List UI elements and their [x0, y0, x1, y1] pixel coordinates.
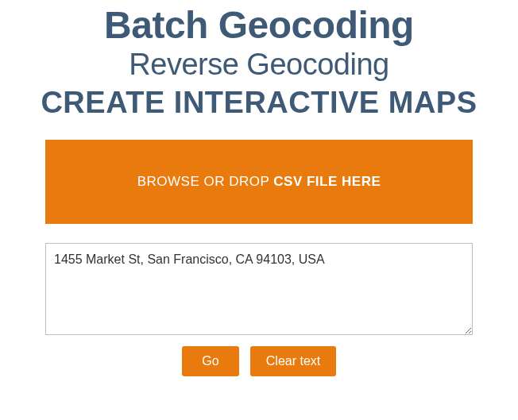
dropzone-bold: CSV FILE HERE	[273, 174, 381, 189]
title-reverse-geocoding: Reverse Geocoding	[129, 48, 388, 82]
address-input[interactable]	[45, 243, 473, 335]
textarea-wrap	[45, 243, 473, 338]
clear-text-button[interactable]: Clear text	[250, 346, 336, 376]
csv-dropzone[interactable]: BROWSE OR DROP CSV FILE HERE	[45, 140, 473, 224]
go-button[interactable]: Go	[182, 346, 239, 376]
title-batch-geocoding: Batch Geocoding	[104, 5, 414, 47]
main-container: Batch Geocoding Reverse Geocoding CREATE…	[0, 0, 518, 376]
dropzone-prefix: BROWSE OR DROP	[137, 174, 274, 189]
button-row: Go Clear text	[182, 346, 336, 376]
dropzone-label: BROWSE OR DROP CSV FILE HERE	[137, 174, 381, 190]
title-create-maps: CREATE INTERACTIVE MAPS	[41, 87, 477, 120]
